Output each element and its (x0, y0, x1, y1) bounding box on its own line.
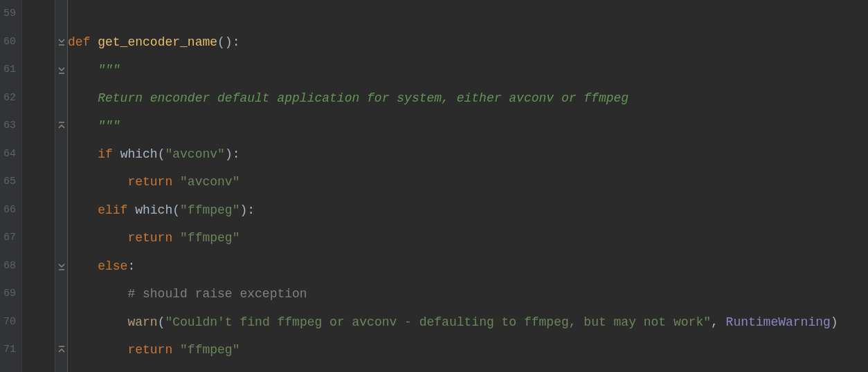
code-line: # should raise exception (68, 280, 868, 308)
paren-close: ): (239, 203, 255, 217)
colon: : (127, 259, 135, 273)
code-line: return "ffmpeg" (68, 224, 868, 252)
indent (68, 315, 127, 329)
fold-gutter[interactable] (55, 0, 68, 372)
docstring: Return enconder default application for … (68, 91, 629, 105)
line-number: 61 (0, 56, 16, 84)
line-number: 69 (0, 280, 16, 308)
fold-expand-icon[interactable] (57, 345, 66, 355)
comma: , (711, 315, 726, 329)
code-editor: 59 60 61 62 63 64 65 66 67 68 69 70 71 7… (0, 0, 868, 372)
string-literal: "ffmpeg" (180, 343, 239, 357)
string-literal: "ffmpeg" (180, 231, 239, 245)
docstring: """ (68, 119, 120, 133)
keyword-if: if (68, 147, 120, 161)
code-line: return "ffmpeg" (68, 336, 868, 364)
paren-open: ( (158, 147, 165, 161)
line-number: 59 (0, 0, 16, 28)
line-number: 71 (0, 336, 16, 364)
line-number: 66 (0, 196, 16, 225)
fold-collapse-icon[interactable] (57, 37, 66, 46)
paren-open: ( (172, 203, 180, 217)
keyword-return: return (68, 175, 180, 189)
parentheses: (): (217, 35, 239, 49)
line-number: 65 (0, 168, 16, 196)
keyword-return: return (68, 343, 180, 357)
identifier: which (120, 147, 158, 161)
paren-open: ( (158, 315, 165, 329)
paren-close: ) (831, 315, 838, 329)
code-line: else: (68, 252, 868, 281)
fold-collapse-icon[interactable] (57, 261, 66, 271)
code-line (68, 0, 868, 28)
function-name: get_encoder_name (98, 35, 217, 49)
code-line: if which("avconv"): (68, 140, 868, 169)
code-line: Return enconder default application for … (68, 84, 868, 113)
line-number: 64 (0, 140, 16, 169)
code-line: elif which("ffmpeg"): (68, 196, 868, 225)
fold-expand-icon[interactable] (57, 121, 66, 131)
line-number: 72 (0, 364, 16, 373)
comment: # should raise exception (68, 287, 307, 301)
keyword-def: def (68, 35, 98, 49)
line-number: 68 (0, 252, 16, 281)
keyword-else: else (68, 259, 127, 273)
code-line: """ (68, 112, 868, 140)
code-line: """ (68, 56, 868, 84)
string-literal: "avconv" (180, 175, 239, 189)
identifier: which (135, 203, 172, 217)
line-number: 70 (0, 308, 16, 337)
code-line: def get_encoder_name(): (68, 28, 868, 57)
code-line: return "avconv" (68, 168, 868, 196)
line-number: 60 (0, 28, 16, 57)
docstring: """ (68, 63, 120, 77)
code-text-area[interactable]: def get_encoder_name(): """ Return encon… (68, 0, 868, 372)
keyword-return: return (68, 231, 180, 245)
keyword-elif: elif (68, 203, 135, 217)
string-literal: "Couldn't find ffmpeg or avconv - defaul… (165, 315, 711, 329)
fold-collapse-icon[interactable] (57, 65, 66, 75)
line-number-gutter[interactable]: 59 60 61 62 63 64 65 66 67 68 69 70 71 7… (0, 0, 22, 372)
line-number: 67 (0, 224, 16, 252)
code-line (68, 364, 868, 373)
string-literal: "ffmpeg" (180, 203, 239, 217)
builtin-type: RuntimeWarning (726, 315, 831, 329)
code-line: warn("Couldn't find ffmpeg or avconv - d… (68, 308, 868, 337)
function-call: warn (127, 315, 157, 329)
paren-close: ): (225, 147, 240, 161)
indent-guide-area (22, 0, 55, 372)
string-literal: "avconv" (165, 147, 224, 161)
line-number: 63 (0, 112, 16, 140)
line-number: 62 (0, 84, 16, 113)
